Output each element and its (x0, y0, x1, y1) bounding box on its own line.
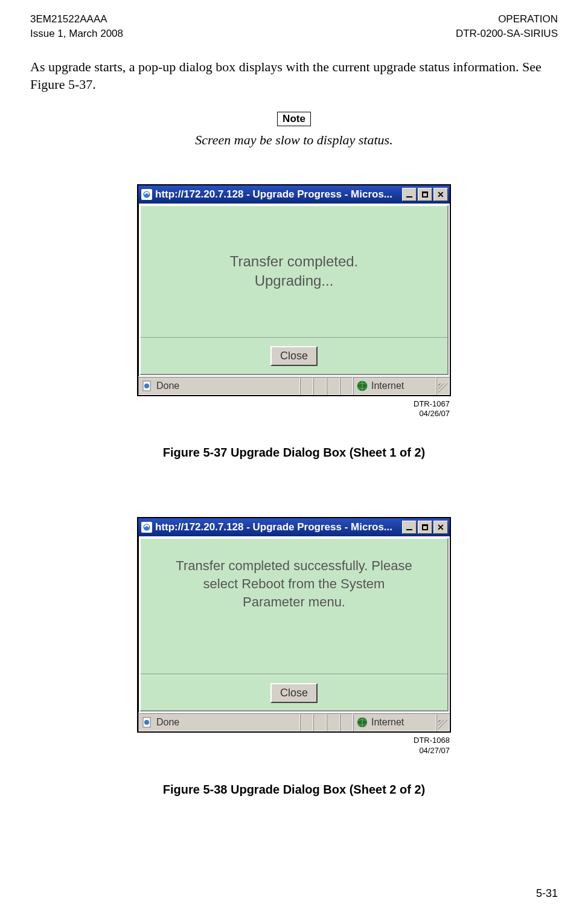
minimize-button[interactable] (402, 521, 417, 534)
status-spacer (340, 377, 353, 395)
figure-meta-date: 04/26/07 (419, 409, 450, 418)
status-done-segment: Done (138, 377, 300, 395)
content-pane: Transfer completed. Upgrading... Close (139, 205, 449, 375)
ie-icon (141, 522, 152, 533)
model-id: DTR-0200-SA-SIRIUS (456, 27, 558, 41)
close-button[interactable]: Close (270, 346, 318, 366)
status-spacer (300, 713, 313, 731)
title-bar: http://172.20.7.128 - Upgrade Progress -… (138, 185, 450, 204)
figure-meta: DTR-1068 04/27/07 (138, 736, 450, 756)
doc-id: 3EM21522AAAA (30, 12, 123, 27)
message-line: Transfer completed. (230, 252, 359, 271)
svg-point-9 (144, 720, 149, 725)
status-spacer (327, 377, 340, 395)
page-icon (142, 717, 153, 728)
figure-meta-date: 04/27/07 (419, 746, 450, 755)
status-zone-segment: Internet (353, 713, 436, 731)
globe-icon (357, 717, 368, 728)
page-number: 5-31 (536, 887, 558, 900)
status-bar: Done Internet (138, 713, 450, 731)
maximize-button[interactable] (418, 521, 432, 534)
status-spacer (327, 713, 340, 731)
section-name: OPERATION (456, 12, 558, 27)
figure-caption: Figure 5-37 Upgrade Dialog Box (Sheet 1 … (30, 446, 558, 460)
message-area: Transfer completed. Upgrading... (141, 206, 447, 338)
message-line: Transfer completed successfully. Please (176, 557, 412, 575)
body-paragraph: As upgrade starts, a pop-up dialog box d… (30, 58, 558, 94)
window-title: http://172.20.7.128 - Upgrade Progress -… (155, 188, 402, 201)
page-icon (142, 381, 153, 391)
minimize-button[interactable] (402, 188, 417, 201)
window-title: http://172.20.7.128 - Upgrade Progress -… (155, 521, 402, 533)
status-spacer (300, 377, 313, 395)
close-button[interactable]: Close (270, 683, 318, 703)
dialog-window: http://172.20.7.128 - Upgrade Progress -… (137, 517, 451, 733)
issue-date: Issue 1, March 2008 (30, 27, 123, 41)
ie-icon (141, 189, 152, 200)
svg-point-3 (144, 384, 149, 388)
note-text: Screen may be slow to display status. (30, 132, 558, 148)
button-row: Close (141, 675, 447, 710)
figure-5-38: http://172.20.7.128 - Upgrade Progress -… (30, 517, 558, 797)
status-zone-segment: Internet (353, 377, 436, 395)
globe-icon (357, 381, 368, 391)
note-label: Note (277, 112, 311, 126)
status-spacer (313, 377, 327, 395)
dialog-window: http://172.20.7.128 - Upgrade Progress -… (137, 184, 451, 396)
message-line: Upgrading... (255, 271, 334, 291)
svg-point-7 (145, 526, 148, 528)
figure-meta: DTR-1067 04/26/07 (138, 399, 450, 419)
figure-caption: Figure 5-38 Upgrade Dialog Box (Sheet 2 … (30, 783, 558, 797)
figure-meta-id: DTR-1068 (414, 736, 450, 745)
svg-point-1 (145, 193, 148, 196)
title-bar: http://172.20.7.128 - Upgrade Progress -… (138, 518, 450, 536)
status-spacer (340, 713, 353, 731)
maximize-button[interactable] (418, 188, 432, 201)
button-row: Close (141, 338, 447, 374)
status-done-segment: Done (138, 713, 300, 731)
status-zone-text: Internet (371, 717, 404, 728)
resize-grip[interactable] (436, 377, 450, 395)
note-row: Note (30, 112, 558, 126)
status-done-text: Done (156, 717, 179, 728)
status-done-text: Done (156, 381, 179, 391)
page-header: 3EM21522AAAA Issue 1, March 2008 OPERATI… (30, 12, 558, 41)
message-line: Parameter menu. (243, 593, 345, 611)
content-pane: Transfer completed successfully. Please … (139, 538, 449, 711)
status-spacer (313, 713, 327, 731)
close-window-button[interactable]: ✕ (433, 188, 448, 201)
figure-meta-id: DTR-1067 (414, 399, 450, 408)
close-window-button[interactable]: ✕ (433, 521, 448, 534)
figure-5-37: http://172.20.7.128 - Upgrade Progress -… (30, 184, 558, 460)
resize-grip[interactable] (436, 713, 450, 731)
status-zone-text: Internet (371, 381, 404, 391)
status-bar: Done Internet (138, 376, 450, 395)
message-line: select Reboot from the System (203, 575, 385, 593)
message-area: Transfer completed successfully. Please … (141, 539, 447, 675)
